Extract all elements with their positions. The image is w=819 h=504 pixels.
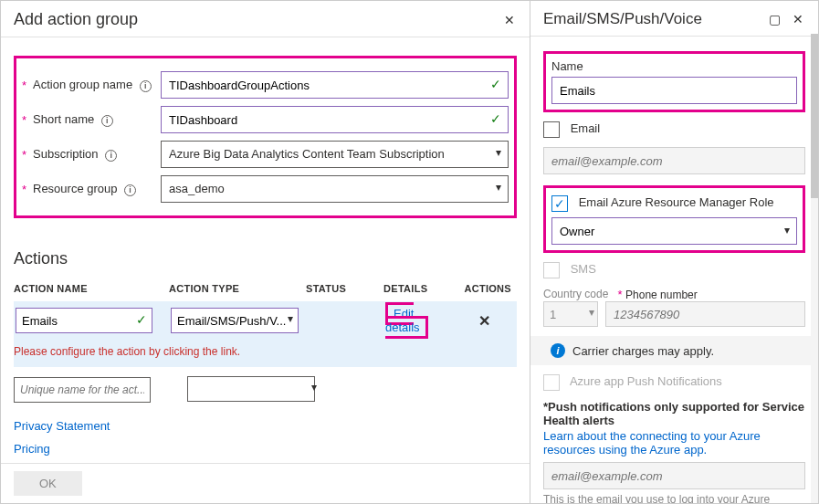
right-panel-header: Email/SMS/Push/Voice ▢ ✕ (530, 1, 818, 37)
scrollbar-thumb[interactable] (811, 34, 818, 198)
new-action-name-input[interactable] (14, 377, 151, 403)
left-panel-title: Add action group (14, 10, 138, 29)
pricing-link[interactable]: Pricing (14, 442, 517, 456)
action-group-name-input[interactable] (161, 71, 509, 99)
col-actions: ACTIONS (457, 283, 511, 294)
close-icon[interactable]: ✕ (502, 13, 517, 27)
form-highlight-box: * Action group name i ✓ * Short name i (14, 56, 517, 218)
push-learn-link[interactable]: Learn about the connecting to your Azure… (543, 429, 805, 457)
new-action-type-select[interactable] (187, 376, 315, 402)
actions-table-header: ACTION NAME ACTION TYPE STATUS DETAILS A… (14, 276, 517, 301)
push-hint: This is the email you use to log into yo… (543, 493, 805, 503)
close-icon[interactable]: ✕ (791, 12, 805, 26)
actions-section-title: Actions (14, 249, 517, 268)
maximize-icon[interactable]: ▢ (767, 12, 782, 26)
info-icon[interactable]: i (140, 80, 152, 92)
arm-role-highlight: ✓ Email Azure Resource Manager Role Owne… (543, 185, 805, 253)
check-icon: ✓ (136, 312, 147, 327)
arm-role-label: Email Azure Resource Manager Role (579, 195, 774, 209)
phone-input[interactable] (605, 301, 805, 327)
name-label: Name (551, 59, 797, 73)
subscription-select[interactable]: Azure Big Data Analytics Content Team Su… (161, 141, 509, 168)
phone-label: Phone number (625, 289, 698, 301)
action-row: ✓ Email/SMS/Push/V... ▾ Edit details ✕ (14, 301, 517, 340)
scrollbar[interactable] (811, 34, 818, 503)
check-icon: ✓ (490, 111, 501, 126)
push-note: *Push notifications only supported for S… (543, 400, 805, 427)
info-icon[interactable]: i (101, 115, 113, 127)
info-icon[interactable]: i (105, 150, 117, 162)
push-label: Azure app Push Notifications (570, 374, 722, 388)
push-checkbox[interactable] (543, 374, 560, 391)
resource-group-label: Resource group i (33, 182, 161, 196)
carrier-notice: i Carrier charges may apply. (530, 336, 818, 365)
delete-action-button[interactable]: ✕ (457, 312, 511, 330)
right-panel-title: Email/SMS/Push/Voice (543, 10, 702, 28)
action-warning: Please configure the action by clicking … (14, 340, 517, 367)
action-type-select[interactable]: Email/SMS/Push/V... (171, 308, 299, 333)
action-name-input[interactable] (16, 308, 152, 333)
email-checkbox[interactable] (543, 121, 560, 138)
col-status: STATUS (306, 283, 383, 294)
empty-action-row: ▾ (14, 376, 517, 403)
arm-role-select[interactable]: Owner (551, 217, 797, 245)
privacy-link[interactable]: Privacy Statement (14, 419, 517, 433)
info-icon[interactable]: i (124, 184, 136, 196)
col-action-type: ACTION TYPE (169, 283, 306, 294)
required-marker: * (22, 79, 29, 92)
info-icon: i (551, 343, 565, 358)
name-highlight: Name (543, 51, 805, 112)
left-panel-header: Add action group ✕ (1, 1, 530, 37)
push-email-input[interactable] (543, 462, 805, 489)
sms-label: SMS (571, 262, 596, 276)
ok-button[interactable]: OK (14, 471, 82, 496)
name-input[interactable] (551, 77, 797, 104)
col-action-name: ACTION NAME (14, 283, 169, 294)
resource-group-select[interactable]: asa_demo (161, 175, 509, 203)
short-name-label: Short name i (33, 112, 161, 127)
subscription-label: Subscription i (33, 147, 161, 162)
action-group-name-label: Action group name i (33, 78, 161, 92)
country-code-label: Country code (543, 288, 608, 300)
email-label: Email (571, 121, 601, 135)
short-name-input[interactable] (161, 106, 509, 133)
check-icon: ✓ (490, 77, 501, 91)
email-input[interactable] (543, 147, 805, 174)
col-details: DETAILS (383, 283, 457, 294)
arm-role-checkbox[interactable]: ✓ (551, 195, 568, 212)
edit-details-link[interactable]: Edit details (385, 302, 428, 339)
sms-checkbox[interactable] (543, 262, 560, 278)
country-code-select[interactable]: 1 (543, 301, 598, 327)
